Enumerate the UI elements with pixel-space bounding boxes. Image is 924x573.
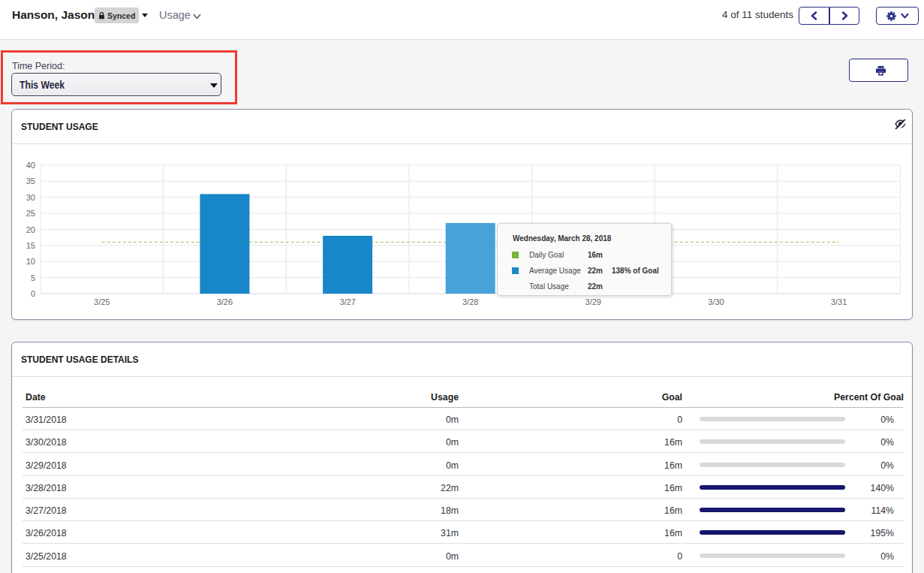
svg-text:30: 30 — [26, 193, 35, 202]
svg-text:3/26: 3/26 — [217, 297, 233, 306]
svg-text:3/30: 3/30 — [708, 297, 724, 306]
svg-text:10: 10 — [26, 257, 35, 266]
svg-text:3/27: 3/27 — [339, 297, 355, 306]
svg-text:3/31: 3/31 — [831, 297, 847, 306]
svg-text:15: 15 — [26, 241, 35, 250]
svg-text:3/28: 3/28 — [462, 297, 478, 306]
svg-text:25: 25 — [26, 209, 35, 218]
svg-text:40: 40 — [26, 161, 35, 170]
svg-text:20: 20 — [26, 225, 35, 234]
svg-text:3/25: 3/25 — [94, 297, 110, 306]
svg-text:0: 0 — [31, 289, 35, 298]
svg-text:3/29: 3/29 — [585, 297, 601, 306]
svg-text:35: 35 — [26, 176, 35, 185]
svg-text:5: 5 — [31, 273, 35, 282]
